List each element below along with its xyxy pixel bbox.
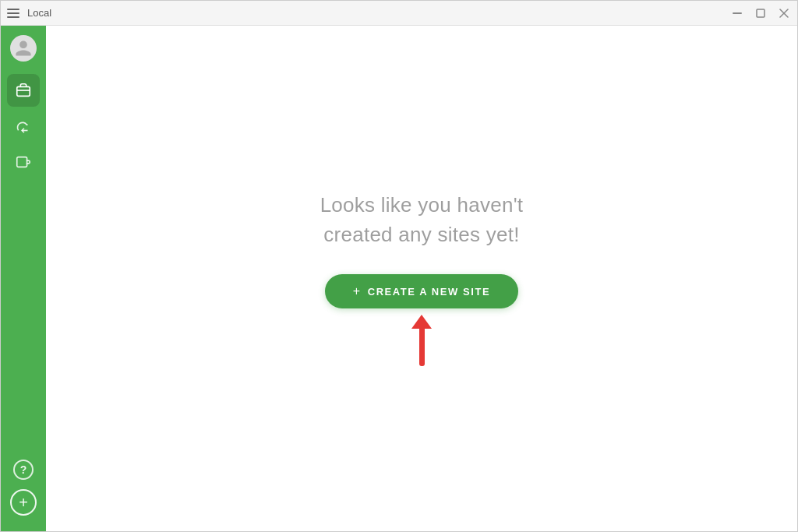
hamburger-menu-icon[interactable] <box>7 6 21 20</box>
arrow-annotation <box>411 315 432 366</box>
help-button[interactable]: ? <box>13 460 34 480</box>
titlebar: Local <box>1 1 797 26</box>
create-site-button[interactable]: + CREATE A NEW SITE <box>325 274 518 308</box>
main-area: ? + Looks like you haven'tcreated any si… <box>1 26 797 531</box>
svg-rect-0 <box>733 12 742 14</box>
sidebar-item-cloud[interactable] <box>7 110 40 143</box>
arrow-shaft <box>419 329 425 366</box>
window-controls <box>730 6 791 20</box>
create-site-label: CREATE A NEW SITE <box>368 286 491 298</box>
content-area: Looks like you haven'tcreated any sites … <box>46 26 797 531</box>
sidebar-item-extensions[interactable] <box>7 146 40 178</box>
minimize-button[interactable] <box>730 6 744 20</box>
svg-rect-1 <box>757 9 764 17</box>
sidebar-nav <box>1 74 46 460</box>
avatar[interactable] <box>10 35 37 62</box>
sidebar-bottom: ? + <box>10 460 37 522</box>
add-site-button[interactable]: + <box>10 489 37 516</box>
app-window: Local <box>0 0 798 532</box>
empty-state-message: Looks like you haven'tcreated any sites … <box>320 191 524 249</box>
sidebar: ? + <box>1 26 46 531</box>
plus-icon: + <box>353 285 362 298</box>
sidebar-item-sites[interactable] <box>7 74 40 107</box>
svg-rect-4 <box>17 86 30 96</box>
arrow-head-icon <box>411 315 432 329</box>
maximize-button[interactable] <box>754 6 768 20</box>
app-title: Local <box>27 7 51 19</box>
close-button[interactable] <box>777 6 791 20</box>
titlebar-left: Local <box>7 6 51 20</box>
